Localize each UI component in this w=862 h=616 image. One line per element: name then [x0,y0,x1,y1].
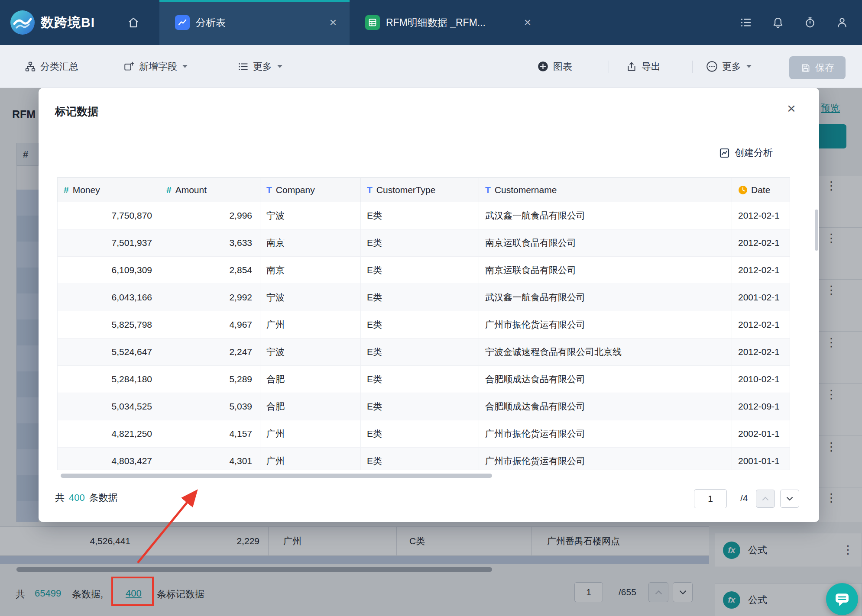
marked-data-table: #Money #Amount TCompany TCustomerType TC… [57,177,790,470]
modal-horizontal-scrollbar[interactable] [61,474,492,478]
marked-data-cell: E类 [361,202,479,229]
marked-data-cell: 武汉鑫一航食品有限公司 [479,202,732,229]
column-header-money[interactable]: #Money [58,178,160,202]
export-button[interactable]: 导出 [626,45,661,88]
marked-data-cell: 2012-09-1 [732,393,791,420]
marked-data-cell: 2010-02-1 [732,366,791,393]
notifications-bell-icon[interactable] [769,14,787,31]
marked-data-row: 5,284,1805,289合肥E类合肥顺成达食品有限公司2010-02-1 [58,366,791,393]
marked-data-cell: 合肥顺成达食品有限公司 [479,366,732,393]
marked-data-cell: 2002-01-1 [732,420,791,448]
topbar-actions [737,0,851,45]
marked-data-cell: 广州市振伦货运有限公司 [479,448,732,471]
marked-data-cell: 7,750,870 [58,202,160,229]
user-account-icon[interactable] [833,14,851,31]
column-header-customertype[interactable]: TCustomerType [361,178,479,202]
marked-data-cell: 4,803,427 [58,448,160,471]
chat-widget-icon[interactable] [826,583,858,615]
column-header-customername[interactable]: TCustomername [479,178,732,202]
marked-data-cell: 广州市振伦货运有限公司 [479,420,732,448]
modal-page-total: /4 [740,493,748,503]
count-suffix: 条数据 [89,491,118,504]
tab-analysis-table[interactable]: 分析表 × [159,0,350,45]
marked-data-cell: 广州 [260,311,361,339]
text-type-icon: T [266,185,272,195]
app-window: 数跨境BI 分析表 × RFM明细数据 _RFM... [0,0,862,616]
home-icon[interactable] [125,14,142,31]
more-right-label: 更多 [722,60,741,73]
marked-data-cell: E类 [361,284,479,311]
marked-data-cell: 武汉鑫一航食品有限公司 [479,284,732,311]
timer-history-icon[interactable] [801,14,819,31]
modal-page-down-button[interactable] [780,490,799,508]
marked-data-cell: 5,825,798 [58,311,160,339]
marked-data-cell: 5,524,647 [58,339,160,366]
brand-logo-icon [10,10,35,35]
analysis-chart-icon [175,15,190,30]
marked-data-cell: 4,157 [160,420,260,448]
chevron-down-icon [277,65,282,68]
marked-data-cell: 4,821,250 [58,420,160,448]
close-icon[interactable]: × [330,16,337,29]
marked-data-cell: 2012-02-1 [732,339,791,366]
marked-data-cell: 合肥 [260,366,361,393]
close-icon[interactable]: × [524,16,531,29]
modal-page-number-input[interactable] [694,489,727,508]
modal-page-up-button[interactable] [756,490,775,508]
marked-data-cell: E类 [361,339,479,366]
marked-data-cell: 2,247 [160,339,260,366]
column-label: Money [73,185,100,195]
marked-data-cell: 南京运联食品有限公司 [479,229,732,257]
toolbar-divider [609,61,609,73]
column-label: Date [751,185,770,195]
modal-title: 标记数据 [55,104,98,119]
marked-data-cell: 2,996 [160,202,260,229]
brand-name: 数跨境BI [41,14,95,32]
add-field-button[interactable]: 新增字段 [123,45,188,88]
marked-data-cell: 广州 [260,448,361,471]
task-list-icon[interactable] [737,14,755,31]
marked-data-cell: 3,633 [160,229,260,257]
modal-vertical-scrollbar[interactable] [815,210,818,251]
marked-data-cell: 合肥 [260,393,361,420]
marked-data-cell: E类 [361,420,479,448]
column-header-date[interactable]: Date [732,178,791,202]
marked-data-row: 4,821,2504,157广州E类广州市振伦货运有限公司2002-01-1 [58,420,791,448]
close-icon[interactable]: × [787,101,796,116]
marked-data-cell: 宁波金诚速程食品有限公司北京线 [479,339,732,366]
save-button[interactable]: 保存 [789,56,846,79]
marked-data-cell: 6,043,166 [58,284,160,311]
date-type-icon [738,185,748,195]
marked-data-cell: E类 [361,366,479,393]
marked-data-modal: 标记数据 × 创建分析 #Money #Amount TCompany [39,88,819,522]
column-header-company[interactable]: TCompany [260,178,361,202]
more-left-button[interactable]: 更多 [237,45,282,88]
column-label: Customername [495,185,557,195]
marked-data-cell: E类 [361,229,479,257]
spreadsheet-icon [365,15,380,30]
toolbar-divider [692,61,693,73]
column-label: Company [276,185,315,195]
marked-data-cell: E类 [361,311,479,339]
marked-data-row: 4,803,4274,301广州E类广州市振伦货运有限公司2001-01-1 [58,448,791,471]
add-field-label: 新增字段 [139,60,177,73]
more-right-button[interactable]: 更多 [706,45,752,88]
marked-data-cell: 南京 [260,257,361,284]
classify-summary-label: 分类汇总 [40,60,78,73]
create-chart-button[interactable]: 图表 [537,45,572,88]
marked-data-cell: 南京 [260,229,361,257]
column-label: CustomerType [376,185,436,195]
marked-data-cell: 2,854 [160,257,260,284]
tab-rfm-detail-data[interactable]: RFM明细数据 _RFM... × [350,0,544,45]
marked-data-cell: 7,501,937 [58,229,160,257]
create-analysis-link[interactable]: 创建分析 [719,146,773,159]
classify-summary-button[interactable]: 分类汇总 [25,45,78,88]
marked-data-cell: 宁波 [260,339,361,366]
text-type-icon: T [485,185,491,195]
active-tab-accent [159,0,350,2]
modal-status-bar: 共 400 条数据 [55,491,118,504]
save-label: 保存 [815,61,834,74]
marked-data-cell: 宁波 [260,284,361,311]
marked-data-cell: 2012-02-1 [732,202,791,229]
column-header-amount[interactable]: #Amount [160,178,260,202]
